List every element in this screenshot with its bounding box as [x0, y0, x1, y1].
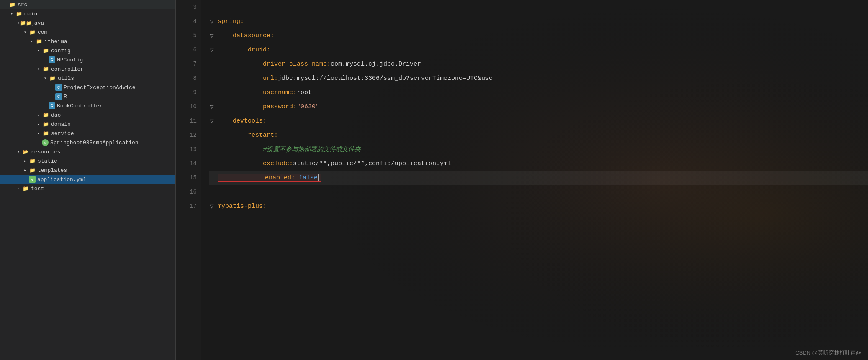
linenum-4: 4	[176, 14, 201, 28]
code-line-15[interactable]: enabled: false	[209, 171, 868, 185]
linenum-5: 5	[176, 28, 201, 43]
arrow-main	[8, 11, 15, 16]
sidebar-label-static: static	[38, 158, 57, 164]
sidebar-item-service[interactable]: service	[0, 129, 175, 138]
arrow-com	[22, 30, 28, 35]
sidebar-label-utils: utils	[58, 75, 74, 82]
folder-icon-dao	[42, 111, 49, 119]
fold-indicator-4: ▽	[209, 18, 214, 26]
folder-icon-templates	[28, 166, 36, 174]
arrow-domain	[35, 122, 42, 127]
editor-area[interactable]: 3 4 5 6 7 8 9 10 11 12 13 14 15 16 17 ▽ …	[176, 0, 868, 360]
code-token-username-key: username:	[218, 89, 297, 96]
arrow-dao	[35, 112, 42, 117]
sidebar-label-dao: dao	[51, 112, 61, 118]
code-token-comment: #设置不参与热部署的文件或文件夹	[218, 146, 361, 153]
linenum-13: 13	[176, 142, 201, 156]
linenum-11: 11	[176, 114, 201, 128]
folder-icon-resources: 📂	[22, 148, 29, 156]
folder-icon-main	[15, 10, 23, 18]
sidebar-item-mpconfig[interactable]: MPConfig	[0, 55, 175, 64]
code-line-17: ▽ mybatis-plus:	[209, 199, 868, 213]
sidebar-label-src: src	[18, 2, 27, 8]
code-token-exclude-val: static/**,public/**,config/application.y…	[293, 160, 451, 167]
code-line-8: url: jdbc:mysql://localhost:3306/ssm_db?…	[209, 71, 868, 85]
arrow-service	[35, 131, 42, 136]
folder-icon-com	[28, 28, 36, 36]
linenum-6: 6	[176, 43, 201, 57]
sidebar-item-test[interactable]: test	[0, 184, 175, 193]
sidebar-label-r: R	[64, 94, 67, 100]
sidebar-item-domain[interactable]: domain	[0, 120, 175, 129]
sidebar-item-resources[interactable]: 📂 resources	[0, 147, 175, 156]
folder-icon-src	[8, 1, 16, 8]
sidebar-label-service: service	[51, 130, 74, 137]
springboot-icon	[42, 139, 49, 146]
code-token-enabled-key: enabled:	[220, 174, 299, 181]
sidebar-label-resources: resources	[31, 149, 60, 155]
yaml-icon: y	[29, 176, 36, 183]
linenum-8: 8	[176, 71, 201, 85]
code-line-5: ▽ datasource:	[209, 28, 868, 43]
code-line-7: driver-class-name: com.mysql.cj.jdbc.Dri…	[209, 57, 868, 71]
enabled-false-highlight: enabled: false	[218, 174, 321, 182]
fold-indicator-10: ▽	[209, 103, 214, 111]
sidebar-item-config[interactable]: config	[0, 46, 175, 55]
folder-icon-test	[22, 185, 29, 192]
sidebar-item-controller[interactable]: controller	[0, 64, 175, 74]
sidebar-label-pea: ProjectExceptionAdvice	[64, 84, 136, 91]
code-area[interactable]: ▽ spring: ▽ datasource: ▽ druid: driver-…	[201, 0, 868, 360]
sidebar-label-config: config	[51, 48, 71, 54]
sidebar-item-dao[interactable]: dao	[0, 110, 175, 120]
code-token-mybatisplus: mybatis-plus:	[218, 203, 267, 210]
sidebar-item-projectexceptionadvice[interactable]: ProjectExceptionAdvice	[0, 83, 175, 92]
sidebar-item-r[interactable]: R	[0, 92, 175, 101]
sidebar-label-controller: controller	[51, 66, 84, 72]
folder-icon-config	[42, 47, 49, 54]
linenum-3: 3	[176, 0, 201, 14]
linenum-16: 16	[176, 185, 201, 199]
sidebar-item-itheima[interactable]: itheima	[0, 37, 175, 46]
sidebar-item-springbootapp[interactable]: Springboot08SsmpApplication	[0, 138, 175, 147]
sidebar-label-domain: domain	[51, 121, 71, 128]
code-token-username-val: root	[297, 89, 312, 96]
arrow-config	[35, 48, 42, 53]
linenum-12: 12	[176, 128, 201, 142]
class-icon-bookcontroller	[49, 102, 55, 109]
class-icon-mpconfig	[49, 56, 55, 63]
text-cursor	[318, 174, 319, 181]
code-token-url-val: jdbc:mysql://localhost:3306/ssm_db?serve…	[278, 75, 493, 82]
code-line-11: ▽ devtools:	[209, 114, 868, 128]
folder-icon-controller	[42, 65, 49, 73]
sidebar-item-main[interactable]: main	[0, 9, 175, 18]
sidebar-label-templates: templates	[38, 167, 67, 174]
folder-icon-utils	[49, 74, 56, 82]
sidebar-item-bookcontroller[interactable]: BookController	[0, 101, 175, 110]
watermark: CSDN @莫听穿林打叶声@	[795, 349, 861, 357]
arrow-test	[15, 186, 22, 191]
sidebar-label-bookcontroller: BookController	[57, 103, 103, 109]
code-line-6: ▽ druid:	[209, 43, 868, 57]
code-line-3	[209, 0, 868, 14]
arrow-templates	[22, 168, 28, 173]
sidebar-label-main: main	[24, 11, 37, 17]
sidebar-item-templates[interactable]: templates	[0, 166, 175, 175]
code-token-datasource: datasource:	[218, 32, 274, 39]
sidebar-item-src[interactable]: src	[0, 0, 175, 9]
class-icon-pea	[55, 84, 62, 91]
sidebar: src main 📁 java com itheima config MPCon…	[0, 0, 176, 360]
sidebar-label-test: test	[31, 186, 44, 192]
code-token-devtools: devtools:	[218, 117, 267, 125]
sidebar-label-application-yml: application.yml	[37, 176, 86, 183]
sidebar-item-static[interactable]: static	[0, 156, 175, 166]
sidebar-item-application-yml[interactable]: y application.yml	[0, 175, 175, 184]
code-line-12: restart:	[209, 128, 868, 142]
sidebar-item-java[interactable]: 📁 java	[0, 18, 175, 28]
fold-indicator-6: ▽	[209, 46, 214, 54]
sidebar-item-utils[interactable]: utils	[0, 74, 175, 83]
code-token-druid: druid:	[218, 46, 270, 54]
fold-indicator-5: ▽	[209, 32, 214, 40]
code-line-4: ▽ spring:	[209, 14, 868, 28]
sidebar-item-com[interactable]: com	[0, 28, 175, 37]
code-token-url-key: url:	[218, 75, 278, 82]
